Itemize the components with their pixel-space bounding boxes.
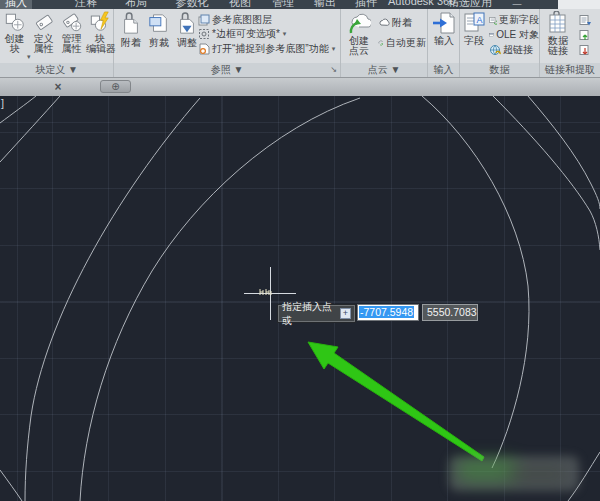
- extract-data-icon: [579, 14, 591, 26]
- import-icon: [432, 11, 456, 35]
- drawing-canvas[interactable]: ] 指定插入点或 + -7707.5948 5550.7083: [0, 96, 600, 501]
- upload-icon: [579, 29, 591, 41]
- point-cloud-attach-icon: [378, 17, 390, 29]
- ribbon-minimize-button[interactable]: —: [510, 0, 524, 9]
- tab-insert[interactable]: 插入: [0, 0, 32, 9]
- panel-block-definition: 创建 块 ▾ 定义 属性: [0, 9, 114, 77]
- file-tab-strip: × ⊕: [0, 77, 600, 96]
- tab-layout[interactable]: 布局: [122, 0, 150, 9]
- create-block-dropdown-caret[interactable]: ▾: [27, 53, 31, 61]
- new-tab-icon[interactable]: ⊕: [100, 80, 131, 93]
- clip-button[interactable]: 剪裁: [146, 12, 172, 50]
- selected-coordinate-text: -7707.5948: [359, 306, 414, 318]
- manage-attributes-button[interactable]: 管理 属性: [58, 11, 85, 54]
- update-fields-icon: [489, 14, 497, 26]
- panel-label-reference[interactable]: 参照 ▼: [114, 63, 340, 77]
- underlay-layers-button[interactable]: 参考底图图层: [198, 13, 338, 26]
- tab-manage[interactable]: 管理: [269, 0, 297, 9]
- coordinate-x-input[interactable]: -7707.5948: [357, 304, 419, 321]
- create-point-cloud-button[interactable]: 创建 点云: [344, 11, 374, 56]
- create-point-cloud-icon: [347, 11, 371, 35]
- point-cloud-attach-button[interactable]: 附着: [378, 16, 426, 29]
- manage-attributes-icon: [61, 11, 83, 33]
- panel-import: 输入 输入: [428, 9, 460, 77]
- panel-linking-extraction: 数据 链接: [540, 9, 600, 77]
- download-icon: [579, 44, 591, 56]
- data-link-button[interactable]: 数据 链接: [543, 11, 573, 56]
- field-icon: A: [462, 11, 486, 35]
- extract-data-button[interactable]: [579, 13, 600, 26]
- underlay-layers-icon: [198, 14, 210, 26]
- ole-object-icon: [489, 29, 494, 41]
- upload-to-source-button[interactable]: [579, 28, 600, 41]
- define-attributes-icon: [33, 11, 55, 33]
- prompt-text: 指定插入点或: [282, 300, 337, 328]
- data-link-icon: [546, 11, 570, 35]
- panel-data: A 字段 更新字段 OLE 对象: [460, 9, 540, 77]
- block-ghost: [259, 287, 272, 296]
- dynamic-input-prompt: 指定插入点或 +: [278, 305, 355, 322]
- tab-annotate[interactable]: 注释: [72, 0, 100, 9]
- panel-label-block-definition[interactable]: 块定义 ▼: [0, 63, 113, 77]
- close-icon[interactable]: ×: [50, 79, 66, 95]
- hyperlink-icon: [489, 44, 501, 56]
- dynamic-input-options-icon[interactable]: +: [340, 308, 351, 319]
- update-fields-button[interactable]: 更新字段: [489, 13, 539, 26]
- green-annotation-arrow: [0, 96, 600, 501]
- autocad-window: 插入 注释 布局 参数化 视图 管理 输出 插件 Autodesk 360 精选…: [0, 0, 600, 501]
- block-editor-icon: [89, 11, 111, 33]
- snap-to-underlay-button[interactable]: 打开“捕捉到参考底图”功能 ▾: [198, 42, 338, 55]
- auto-update-button[interactable]: 自动更新: [378, 36, 426, 49]
- tab-view[interactable]: 视图: [226, 0, 254, 9]
- blurred-watermark: [449, 456, 579, 491]
- tab-featured-apps[interactable]: 精选应用: [447, 0, 493, 9]
- define-attributes-button[interactable]: 定义 属性: [30, 11, 57, 54]
- adjust-button[interactable]: 调整: [174, 12, 200, 50]
- panel-point-cloud: 创建 点云 附着 自动更新 点云 ▼: [341, 9, 428, 77]
- ribbon: 创建 块 ▾ 定义 属性: [0, 9, 600, 77]
- tab-plugins[interactable]: 插件: [352, 0, 380, 9]
- import-button[interactable]: 输入: [432, 11, 456, 46]
- attach-button[interactable]: 附着: [118, 12, 144, 50]
- coordinate-y-input[interactable]: 5550.7083: [422, 304, 478, 321]
- panel-label-linking-extraction[interactable]: 链接和提取: [540, 63, 600, 77]
- dialog-launcher-icon[interactable]: ↘: [330, 64, 337, 76]
- adjust-icon: [176, 12, 198, 36]
- panel-label-import[interactable]: 输入: [428, 63, 459, 77]
- block-editor-button[interactable]: 块 编辑器: [86, 11, 113, 54]
- auto-update-icon: [378, 37, 384, 49]
- frames-option-button[interactable]: *边框可变选项* ▾: [198, 27, 338, 40]
- ribbon-tab-bar: 插入 注释 布局 参数化 视图 管理 输出 插件 Autodesk 360 精选…: [0, 0, 600, 9]
- tab-output[interactable]: 输出: [311, 0, 339, 9]
- svg-text:A: A: [477, 15, 483, 25]
- attach-reference-icon: [120, 12, 142, 36]
- panel-label-point-cloud[interactable]: 点云 ▼: [341, 63, 427, 77]
- clip-icon: [148, 12, 170, 36]
- panel-reference: 附着 剪裁 调整: [114, 9, 341, 77]
- snap-underlay-icon: [198, 43, 210, 55]
- panel-label-data[interactable]: 数据: [460, 63, 539, 77]
- frames-icon: [198, 28, 210, 40]
- titlebar-fragment: [558, 0, 600, 9]
- field-button[interactable]: A 字段: [462, 11, 486, 46]
- create-block-icon: [4, 11, 26, 33]
- create-block-button[interactable]: 创建 块: [1, 11, 28, 54]
- download-from-source-button[interactable]: [579, 43, 600, 56]
- hyperlink-button[interactable]: 超链接: [489, 43, 539, 56]
- ole-object-button[interactable]: OLE 对象: [489, 28, 539, 41]
- tab-parametric[interactable]: 参数化: [172, 0, 212, 9]
- tab-autodesk-360[interactable]: Autodesk 360: [388, 0, 444, 9]
